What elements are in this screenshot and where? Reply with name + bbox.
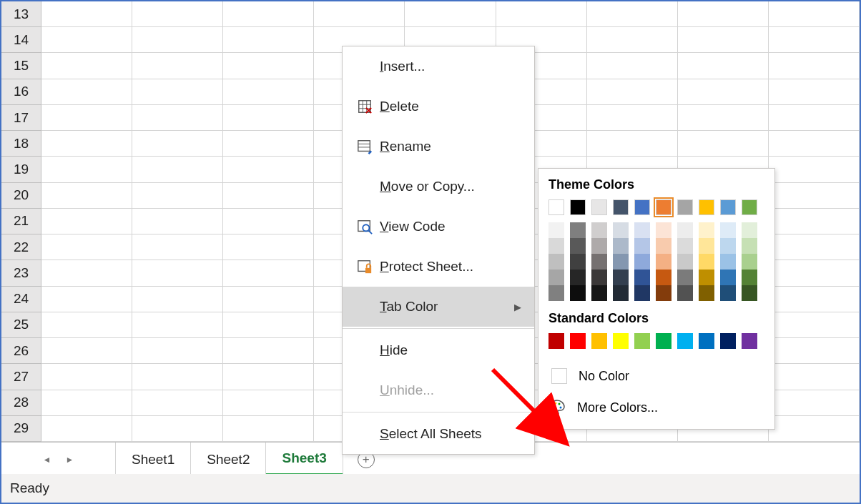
shade-color-swatch[interactable] (570, 254, 586, 270)
shade-color-swatch[interactable] (634, 270, 650, 285)
cell[interactable] (132, 105, 223, 130)
shade-color-swatch[interactable] (613, 222, 629, 238)
no-color-item[interactable]: No Color (548, 360, 764, 392)
cell[interactable] (41, 260, 132, 285)
ctx-delete[interactable]: Delete (343, 87, 534, 127)
ctx-protect-sheet[interactable]: Protect Sheet... (343, 247, 534, 287)
standard-color-swatch[interactable] (634, 333, 650, 349)
cell[interactable] (769, 1, 860, 26)
standard-color-swatch[interactable] (742, 333, 757, 349)
shade-color-swatch[interactable] (677, 222, 693, 238)
theme-color-swatch[interactable] (720, 199, 736, 215)
cell[interactable] (132, 364, 223, 389)
shade-color-swatch[interactable] (570, 285, 586, 301)
theme-color-swatch[interactable] (634, 199, 650, 215)
theme-color-swatch[interactable] (677, 199, 693, 215)
shade-color-swatch[interactable] (699, 254, 714, 270)
sheet-tab[interactable]: Sheet1 (116, 443, 191, 476)
standard-color-swatch[interactable] (656, 333, 671, 349)
theme-color-swatch[interactable] (699, 199, 714, 215)
cell[interactable] (678, 27, 769, 52)
row-header[interactable]: 18 (1, 131, 41, 157)
cell[interactable] (132, 390, 223, 415)
shade-color-swatch[interactable] (570, 270, 586, 285)
cell[interactable] (769, 338, 860, 363)
cell[interactable] (587, 131, 678, 156)
shade-color-swatch[interactable] (548, 270, 564, 285)
cell[interactable] (223, 27, 314, 52)
shade-color-swatch[interactable] (613, 238, 629, 254)
cell[interactable] (223, 338, 314, 363)
shade-color-swatch[interactable] (699, 270, 714, 285)
cell[interactable] (41, 416, 132, 441)
standard-color-swatch[interactable] (548, 333, 564, 349)
theme-color-swatch[interactable] (613, 199, 629, 215)
cell[interactable] (223, 209, 314, 234)
cell[interactable] (678, 79, 769, 104)
shade-color-swatch[interactable] (742, 254, 757, 270)
cell[interactable] (587, 27, 678, 52)
cell[interactable] (132, 287, 223, 312)
cell[interactable] (769, 287, 860, 312)
shade-color-swatch[interactable] (634, 254, 650, 270)
cell[interactable] (41, 312, 132, 337)
cell[interactable] (223, 183, 314, 208)
cell[interactable] (41, 79, 132, 104)
shade-color-swatch[interactable] (591, 285, 607, 301)
row-header[interactable]: 14 (1, 27, 41, 53)
cell[interactable] (314, 1, 405, 26)
shade-color-swatch[interactable] (591, 254, 607, 270)
cell[interactable] (132, 131, 223, 156)
theme-color-swatch[interactable] (570, 199, 586, 215)
standard-color-swatch[interactable] (591, 333, 607, 349)
row-header[interactable]: 17 (1, 105, 41, 131)
cell[interactable] (41, 390, 132, 415)
shade-color-swatch[interactable] (677, 238, 693, 254)
cell[interactable] (769, 260, 860, 285)
cell[interactable] (223, 53, 314, 78)
shade-color-swatch[interactable] (742, 238, 757, 254)
cell[interactable] (769, 364, 860, 389)
cell[interactable] (41, 1, 132, 26)
shade-color-swatch[interactable] (634, 285, 650, 301)
ctx-move-copy[interactable]: Move or Copy... (343, 167, 534, 207)
row-header[interactable]: 24 (1, 287, 41, 312)
shade-color-swatch[interactable] (677, 270, 693, 285)
row-header[interactable]: 27 (1, 364, 41, 390)
shade-color-swatch[interactable] (720, 270, 736, 285)
cell[interactable] (405, 1, 496, 26)
shade-color-swatch[interactable] (699, 285, 714, 301)
cell[interactable] (41, 105, 132, 130)
row-header[interactable]: 19 (1, 157, 41, 182)
shade-color-swatch[interactable] (634, 222, 650, 238)
shade-color-swatch[interactable] (656, 238, 671, 254)
theme-color-swatch[interactable] (656, 199, 671, 215)
shade-color-swatch[interactable] (699, 238, 714, 254)
cell[interactable] (41, 157, 132, 182)
cell[interactable] (678, 53, 769, 78)
shade-color-swatch[interactable] (656, 270, 671, 285)
shade-color-swatch[interactable] (656, 222, 671, 238)
cell[interactable] (132, 338, 223, 363)
cell[interactable] (132, 79, 223, 104)
shade-color-swatch[interactable] (591, 222, 607, 238)
row-header[interactable]: 26 (1, 338, 41, 364)
cell[interactable] (41, 209, 132, 234)
cell[interactable] (223, 287, 314, 312)
row-header[interactable]: 21 (1, 209, 41, 234)
cell[interactable] (223, 157, 314, 182)
cell[interactable] (223, 79, 314, 104)
standard-color-swatch[interactable] (699, 333, 714, 349)
shade-color-swatch[interactable] (742, 270, 757, 285)
ctx-insert[interactable]: Insert... (343, 46, 534, 87)
cell[interactable] (587, 79, 678, 104)
cell[interactable] (769, 416, 860, 441)
row-header[interactable]: 25 (1, 312, 41, 338)
cell[interactable] (223, 260, 314, 285)
shade-color-swatch[interactable] (677, 254, 693, 270)
cell[interactable] (769, 131, 860, 156)
cell[interactable] (41, 27, 132, 52)
ctx-tab-color[interactable]: Tab Color ▶ (343, 287, 534, 327)
cell[interactable] (223, 1, 314, 26)
theme-color-swatch[interactable] (548, 199, 564, 215)
